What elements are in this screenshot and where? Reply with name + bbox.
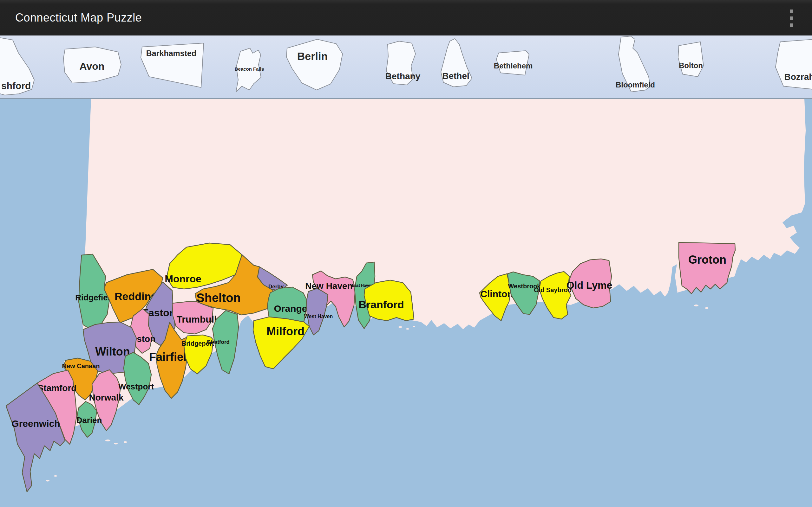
island [54,475,57,476]
town-label: Westport [118,382,154,391]
town-label: New Canaan [62,362,100,370]
island [114,443,118,445]
tray-piece-label: Beacon Falls [235,66,264,72]
town-orange: Orange [267,287,308,322]
town-label: Groton [688,253,726,266]
town-label: New Haven [305,281,352,291]
island [705,307,708,309]
tray-piece-label: Bethany [386,71,420,81]
town-label: Stamford [38,383,77,393]
town-label: Darien [77,415,102,425]
tray-piece-label: Bloomfield [616,80,655,89]
tray-piece-bozrah[interactable]: Bozrah [775,39,812,89]
town-label: Trumbull [177,314,217,325]
tray-piece-label: Avon [80,60,105,72]
town-label: Shelton [196,291,241,304]
town-label: Orange [274,303,307,314]
island [124,441,127,443]
tray-piece-berlin[interactable]: Berlin [287,39,343,90]
island [46,480,49,482]
town-label: Wilton [95,345,130,358]
tray-piece-avon[interactable]: Avon [63,47,121,83]
tray-piece-label: Bethlehem [494,61,533,70]
island [406,328,409,330]
town-label: Norwalk [89,393,124,402]
town-label: Old Lyme [566,279,612,291]
tray-piece-bolton[interactable]: Bolton [678,42,704,77]
town-label: Stratford [207,339,230,345]
tray-piece-bloomfield[interactable]: Bloomfield [616,36,655,92]
tray-piece-label: Bolton [679,61,703,70]
overflow-menu-icon[interactable] [787,9,796,27]
tray-piece-label: Barkhamsted [146,49,196,58]
tray-piece-barkhamsted[interactable]: Barkhamsted [141,43,204,88]
town-label: Monroe [165,273,201,285]
island [694,304,699,306]
island [413,326,415,327]
tray-piece-beacon-falls[interactable]: Beacon Falls [235,48,264,92]
town-label: Milford [266,325,305,338]
tray-piece-bethel[interactable]: Bethel [441,39,472,87]
island [105,440,110,441]
tray-piece-label: shford [1,80,31,91]
tray-piece-bethlehem[interactable]: Bethlehem [494,51,533,75]
town-label: Clinton [480,289,513,299]
title-bar: Connecticut Map Puzzle [0,0,812,36]
tray-piece-label: Bethel [442,71,469,81]
tray-piece-bethany[interactable]: Bethany [386,41,420,85]
island [398,326,402,328]
tray-piece-label: Bozrah [784,72,812,82]
town-label: Greenwich [11,418,60,429]
tray-piece-shford[interactable]: shford [0,38,34,95]
app-title: Connecticut Map Puzzle [0,11,142,24]
map-canvas[interactable]: RidgefieldReddingMonroeSheltonEastonTrum… [0,99,812,507]
town-label: West Haven [304,314,333,319]
piece-tray: shfordAvonBarkhamstedBeacon FallsBerlinB… [0,36,812,99]
town-label: Branford [358,298,404,311]
tray-piece-label: Berlin [297,50,328,62]
